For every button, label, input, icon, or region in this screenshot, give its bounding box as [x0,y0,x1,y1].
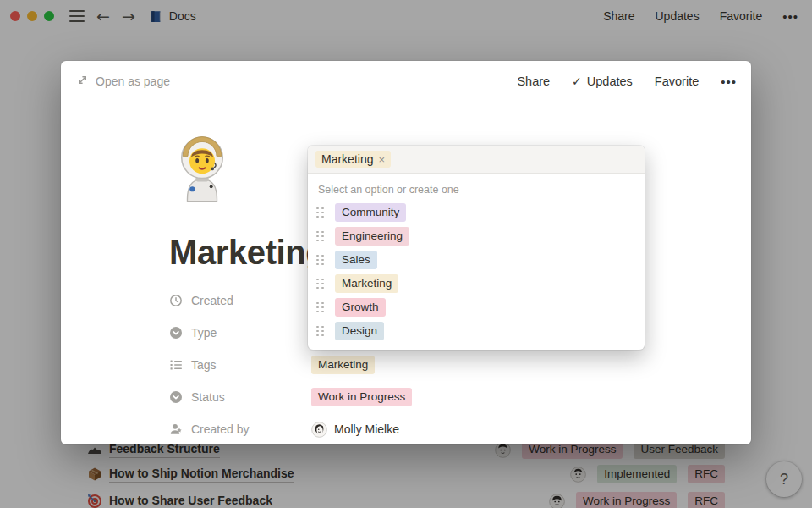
modal-share-button[interactable]: Share [517,75,550,88]
dropdown-options: Community Engineering Sales Marketing Gr… [308,197,645,343]
bulleted-list-icon [169,358,183,372]
select-chevron-icon [169,390,183,404]
drag-handle-icon[interactable] [316,255,325,266]
modal-more-button[interactable]: ••• [721,75,737,89]
created-by-name: Molly Mielke [334,422,399,436]
modal-updates-button[interactable]: ✓ Updates [572,75,633,88]
check-icon: ✓ [572,75,582,88]
expand-diagonal-icon [76,74,89,89]
open-as-page-label: Open as page [96,75,170,88]
clock-icon [169,294,183,307]
property-row-created-by: Created by Molly Mielke [169,413,694,445]
drag-handle-icon[interactable] [316,207,325,218]
property-created[interactable]: Created [169,294,311,307]
remove-tag-icon[interactable]: × [378,153,385,166]
property-status-value[interactable]: Work in Progress [311,388,412,406]
property-row-status: Status Work in Progress [169,381,694,413]
property-type[interactable]: Type [169,326,311,340]
property-row-tags: Tags Marketing [169,349,694,381]
property-created-by-value[interactable]: Molly Mielke [311,422,399,438]
tag-option-design[interactable]: Design [308,319,645,343]
status-value-chip[interactable]: Work in Progress [311,388,412,406]
tag-option-engineering[interactable]: Engineering [308,224,645,248]
modal-favorite-button[interactable]: Favorite [655,75,699,88]
tag-search-input[interactable]: Marketing × [308,146,645,174]
tag-chip[interactable]: Growth [335,298,386,317]
tag-option-marketing[interactable]: Marketing [308,272,645,295]
page-title[interactable]: Marketing [169,234,326,272]
modal-header: Open as page Share ✓ Updates Favorite ••… [61,61,751,102]
woman-astronaut-emoji[interactable] [174,134,230,202]
property-status[interactable]: Status [169,390,311,404]
page-preview-modal: Open as page Share ✓ Updates Favorite ••… [61,61,751,444]
selected-tag-chip[interactable]: Marketing × [315,151,391,168]
tag-chip[interactable]: Design [335,322,384,340]
open-as-page-button[interactable]: Open as page [76,74,170,89]
tag-select-dropdown: Marketing × Select an option or create o… [308,146,645,350]
drag-handle-icon[interactable] [316,231,325,242]
tag-option-community[interactable]: Community [308,201,645,224]
tag-option-growth[interactable]: Growth [308,295,645,319]
drag-handle-icon[interactable] [316,279,325,290]
drag-handle-icon[interactable] [316,326,325,337]
property-created-by[interactable]: Created by [169,422,311,436]
tag-chip[interactable]: Sales [335,251,377,269]
tag-chip[interactable]: Engineering [335,227,409,246]
select-chevron-icon [169,326,183,340]
tag-chip[interactable]: Marketing [335,274,398,293]
tags-value-chip[interactable]: Marketing [311,356,375,374]
property-tags-value[interactable]: Marketing [311,356,375,374]
property-tags[interactable]: Tags [169,358,311,372]
tag-chip[interactable]: Community [335,203,406,222]
tag-option-sales[interactable]: Sales [308,248,645,272]
selected-tag-label: Marketing [321,152,373,166]
dropdown-hint: Select an option or create one [308,174,645,197]
person-icon [169,422,183,436]
molly-mielke-avatar [311,422,327,438]
app-window: ← → Docs Share Updates Favorite ••• Feed… [0,0,812,508]
drag-handle-icon[interactable] [316,302,325,313]
